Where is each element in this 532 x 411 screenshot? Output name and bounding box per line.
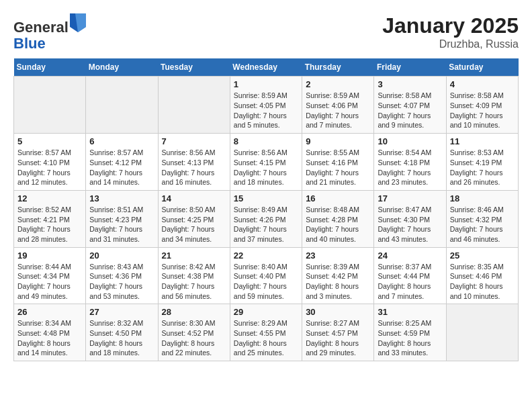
calendar-cell: 9Sunrise: 8:55 AM Sunset: 4:16 PM Daylig… — [302, 134, 374, 191]
calendar-header-row: SundayMondayTuesdayWednesdayThursdayFrid… — [14, 58, 519, 77]
day-number: 23 — [306, 250, 370, 261]
day-info: Sunrise: 8:40 AM Sunset: 4:40 PM Dayligh… — [234, 262, 298, 302]
day-info: Sunrise: 8:43 AM Sunset: 4:36 PM Dayligh… — [89, 262, 154, 302]
day-info: Sunrise: 8:29 AM Sunset: 4:55 PM Dayligh… — [234, 318, 298, 358]
day-number: 20 — [89, 250, 154, 261]
calendar-cell: 3Sunrise: 8:58 AM Sunset: 4:07 PM Daylig… — [374, 77, 446, 134]
day-number: 9 — [306, 136, 370, 146]
calendar-cell — [446, 304, 518, 361]
day-of-week-header: Wednesday — [230, 58, 302, 77]
calendar-week-row: 26Sunrise: 8:34 AM Sunset: 4:48 PM Dayli… — [14, 304, 519, 361]
day-number: 19 — [17, 250, 82, 261]
day-info: Sunrise: 8:58 AM Sunset: 4:09 PM Dayligh… — [450, 91, 515, 130]
calendar-cell — [14, 77, 86, 134]
calendar-cell — [86, 77, 158, 134]
page-subtitle: Druzhba, Russia — [382, 38, 519, 50]
calendar-cell: 11Sunrise: 8:53 AM Sunset: 4:19 PM Dayli… — [446, 134, 518, 191]
day-info: Sunrise: 8:57 AM Sunset: 4:10 PM Dayligh… — [17, 148, 82, 187]
day-number: 27 — [89, 307, 154, 317]
day-number: 22 — [234, 250, 298, 261]
day-of-week-header: Friday — [374, 58, 446, 77]
day-number: 11 — [450, 136, 515, 146]
calendar-week-row: 5Sunrise: 8:57 AM Sunset: 4:10 PM Daylig… — [14, 134, 519, 191]
day-number: 25 — [450, 250, 515, 261]
day-info: Sunrise: 8:59 AM Sunset: 4:06 PM Dayligh… — [306, 91, 370, 130]
day-info: Sunrise: 8:34 AM Sunset: 4:48 PM Dayligh… — [17, 318, 82, 358]
day-number: 30 — [306, 307, 370, 317]
calendar-cell: 13Sunrise: 8:51 AM Sunset: 4:23 PM Dayli… — [86, 190, 158, 247]
day-number: 24 — [378, 250, 442, 261]
day-number: 8 — [234, 136, 298, 146]
day-info: Sunrise: 8:53 AM Sunset: 4:19 PM Dayligh… — [450, 148, 515, 187]
calendar-cell: 31Sunrise: 8:25 AM Sunset: 4:59 PM Dayli… — [374, 304, 446, 361]
day-number: 17 — [378, 193, 442, 203]
day-info: Sunrise: 8:44 AM Sunset: 4:34 PM Dayligh… — [17, 262, 82, 302]
calendar-cell: 19Sunrise: 8:44 AM Sunset: 4:34 PM Dayli… — [14, 247, 86, 304]
day-of-week-header: Monday — [86, 58, 158, 77]
day-info: Sunrise: 8:48 AM Sunset: 4:28 PM Dayligh… — [306, 205, 370, 244]
day-number: 10 — [378, 136, 442, 146]
day-info: Sunrise: 8:37 AM Sunset: 4:44 PM Dayligh… — [378, 262, 442, 302]
calendar-cell: 30Sunrise: 8:27 AM Sunset: 4:57 PM Dayli… — [302, 304, 374, 361]
day-number: 15 — [234, 193, 298, 203]
day-number: 1 — [234, 79, 298, 89]
calendar-cell: 4Sunrise: 8:58 AM Sunset: 4:09 PM Daylig… — [446, 77, 518, 134]
day-info: Sunrise: 8:42 AM Sunset: 4:38 PM Dayligh… — [162, 262, 226, 302]
calendar-cell: 23Sunrise: 8:39 AM Sunset: 4:42 PM Dayli… — [302, 247, 374, 304]
calendar-cell: 18Sunrise: 8:46 AM Sunset: 4:32 PM Dayli… — [446, 190, 518, 247]
calendar-cell: 16Sunrise: 8:48 AM Sunset: 4:28 PM Dayli… — [302, 190, 374, 247]
day-number: 26 — [17, 307, 82, 317]
calendar-cell: 20Sunrise: 8:43 AM Sunset: 4:36 PM Dayli… — [86, 247, 158, 304]
day-info: Sunrise: 8:49 AM Sunset: 4:26 PM Dayligh… — [234, 205, 298, 244]
logo: General Blue — [13, 13, 87, 52]
page-title: January 2025 — [382, 13, 519, 38]
day-number: 18 — [450, 193, 515, 203]
day-number: 3 — [378, 79, 442, 89]
day-info: Sunrise: 8:46 AM Sunset: 4:32 PM Dayligh… — [450, 205, 515, 244]
calendar-cell: 27Sunrise: 8:32 AM Sunset: 4:50 PM Dayli… — [86, 304, 158, 361]
day-info: Sunrise: 8:35 AM Sunset: 4:46 PM Dayligh… — [450, 262, 515, 302]
day-info: Sunrise: 8:57 AM Sunset: 4:12 PM Dayligh… — [89, 148, 154, 187]
day-number: 21 — [162, 250, 226, 261]
logo-icon — [70, 13, 86, 32]
day-of-week-header: Saturday — [446, 58, 518, 77]
day-number: 29 — [234, 307, 298, 317]
day-info: Sunrise: 8:32 AM Sunset: 4:50 PM Dayligh… — [89, 318, 154, 358]
day-number: 12 — [17, 193, 82, 203]
calendar-cell: 12Sunrise: 8:52 AM Sunset: 4:21 PM Dayli… — [14, 190, 86, 247]
day-number: 28 — [162, 307, 226, 317]
day-number: 16 — [306, 193, 370, 203]
calendar-cell: 17Sunrise: 8:47 AM Sunset: 4:30 PM Dayli… — [374, 190, 446, 247]
day-info: Sunrise: 8:58 AM Sunset: 4:07 PM Dayligh… — [378, 91, 442, 130]
calendar-week-row: 1Sunrise: 8:59 AM Sunset: 4:05 PM Daylig… — [14, 77, 519, 134]
day-info: Sunrise: 8:39 AM Sunset: 4:42 PM Dayligh… — [306, 262, 370, 302]
day-number: 14 — [162, 193, 226, 203]
calendar-cell: 22Sunrise: 8:40 AM Sunset: 4:40 PM Dayli… — [230, 247, 302, 304]
day-number: 6 — [89, 136, 154, 146]
calendar-cell: 25Sunrise: 8:35 AM Sunset: 4:46 PM Dayli… — [446, 247, 518, 304]
day-info: Sunrise: 8:30 AM Sunset: 4:52 PM Dayligh… — [162, 318, 226, 358]
day-of-week-header: Sunday — [14, 58, 86, 77]
calendar-table: SundayMondayTuesdayWednesdayThursdayFrid… — [13, 58, 519, 361]
day-number: 5 — [17, 136, 82, 146]
calendar-cell: 10Sunrise: 8:54 AM Sunset: 4:18 PM Dayli… — [374, 134, 446, 191]
logo-text: General Blue — [13, 13, 87, 52]
calendar-cell: 29Sunrise: 8:29 AM Sunset: 4:55 PM Dayli… — [230, 304, 302, 361]
calendar-week-row: 19Sunrise: 8:44 AM Sunset: 4:34 PM Dayli… — [14, 247, 519, 304]
day-info: Sunrise: 8:56 AM Sunset: 4:13 PM Dayligh… — [162, 148, 226, 187]
day-info: Sunrise: 8:51 AM Sunset: 4:23 PM Dayligh… — [89, 205, 154, 244]
calendar-cell: 6Sunrise: 8:57 AM Sunset: 4:12 PM Daylig… — [86, 134, 158, 191]
calendar-cell: 1Sunrise: 8:59 AM Sunset: 4:05 PM Daylig… — [230, 77, 302, 134]
calendar-cell: 26Sunrise: 8:34 AM Sunset: 4:48 PM Dayli… — [14, 304, 86, 361]
day-info: Sunrise: 8:50 AM Sunset: 4:25 PM Dayligh… — [162, 205, 226, 244]
day-of-week-header: Tuesday — [158, 58, 230, 77]
day-number: 7 — [162, 136, 226, 146]
day-info: Sunrise: 8:27 AM Sunset: 4:57 PM Dayligh… — [306, 318, 370, 358]
day-number: 31 — [378, 307, 442, 317]
day-info: Sunrise: 8:55 AM Sunset: 4:16 PM Dayligh… — [306, 148, 370, 187]
calendar-cell: 8Sunrise: 8:56 AM Sunset: 4:15 PM Daylig… — [230, 134, 302, 191]
calendar-cell — [158, 77, 230, 134]
day-info: Sunrise: 8:47 AM Sunset: 4:30 PM Dayligh… — [378, 205, 442, 244]
day-info: Sunrise: 8:54 AM Sunset: 4:18 PM Dayligh… — [378, 148, 442, 187]
day-info: Sunrise: 8:56 AM Sunset: 4:15 PM Dayligh… — [234, 148, 298, 187]
